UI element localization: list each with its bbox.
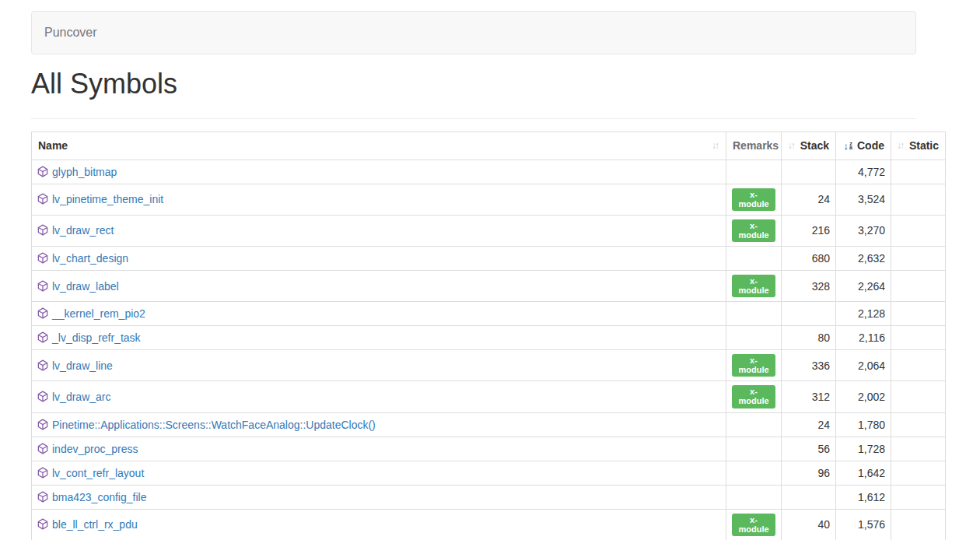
column-header-stack-label: Stack — [800, 139, 829, 152]
static-cell — [891, 326, 946, 350]
navbar: Puncover — [31, 11, 916, 54]
sort-icon: ↓↑ — [788, 140, 796, 151]
table-header-row: Name ↓↑ Remarks ↓↑ Stack — [32, 131, 946, 160]
symbol-link[interactable]: lv_draw_label — [52, 280, 119, 293]
symbol-link[interactable]: __kernel_rem_pio2 — [52, 307, 145, 320]
remarks-cell — [726, 326, 782, 350]
symbol-link[interactable]: glyph_bitmap — [52, 166, 117, 178]
symbols-table: Name ↓↑ Remarks ↓↑ Stack — [31, 131, 946, 540]
symbol-link[interactable]: ble_ll_ctrl_rx_pdu — [52, 518, 138, 531]
column-header-name[interactable]: Name ↓↑ — [32, 131, 726, 160]
stack-cell: 24 — [782, 184, 836, 215]
code-cell: 1,642 — [836, 461, 891, 485]
name-cell: lv_pinetime_theme_init — [32, 184, 726, 215]
code-cell: 2,064 — [836, 350, 891, 381]
sort-icon: ↓↑ — [897, 140, 905, 151]
symbol-link[interactable]: Pinetime::Applications::Screens::WatchFa… — [52, 419, 376, 431]
x-module-badge: x-module — [732, 188, 775, 211]
cube-icon — [37, 391, 48, 402]
code-cell: 3,524 — [836, 184, 891, 215]
page-container: Puncover All Symbols Name ↓↑ Remarks — [31, 11, 949, 540]
table-row: indev_proc_press 56 1,728 — [32, 437, 946, 461]
symbol-link[interactable]: indev_proc_press — [52, 443, 138, 455]
static-cell — [891, 184, 946, 215]
symbol-link[interactable]: bma423_config_file — [52, 491, 146, 503]
name-cell: Pinetime::Applications::Screens::WatchFa… — [32, 412, 726, 437]
stack-cell: 40 — [782, 509, 836, 540]
cube-icon — [37, 224, 48, 236]
name-cell: lv_draw_arc — [32, 381, 726, 412]
table-row: __kernel_rem_pio2 2,128 — [32, 302, 946, 326]
remarks-cell: x-module — [726, 215, 782, 246]
stack-cell: 24 — [782, 412, 836, 437]
table-row: _lv_disp_refr_task 80 2,116 — [32, 326, 946, 350]
table-row: lv_draw_rect x-module 216 3,270 — [32, 215, 946, 246]
cube-icon — [37, 359, 48, 371]
x-module-badge: x-module — [732, 275, 775, 297]
table-row: lv_draw_label x-module 328 2,264 — [32, 270, 946, 301]
name-cell: __kernel_rem_pio2 — [32, 302, 726, 326]
static-cell — [891, 381, 946, 412]
code-cell: 2,264 — [836, 270, 891, 301]
sort-icon: ↓↑ — [712, 140, 719, 151]
x-module-badge: x-module — [732, 354, 775, 377]
symbol-link[interactable]: lv_chart_design — [52, 252, 128, 265]
table-row: lv_draw_line x-module 336 2,064 — [32, 350, 946, 381]
navbar-brand-puncover[interactable]: Puncover — [32, 26, 110, 40]
cube-icon — [37, 467, 48, 479]
table-row: bma423_config_file 1,612 — [32, 485, 946, 509]
symbol-link[interactable]: lv_pinetime_theme_init — [52, 193, 163, 205]
column-header-static-label: Static — [909, 139, 939, 152]
remarks-cell: x-module — [726, 270, 782, 301]
table-row: glyph_bitmap 4,772 — [32, 160, 946, 184]
static-cell — [891, 302, 946, 326]
static-cell — [891, 160, 946, 184]
remarks-cell — [726, 246, 782, 270]
table-row: lv_chart_design 680 2,632 — [32, 246, 946, 270]
stack-cell: 328 — [782, 270, 836, 301]
column-header-static[interactable]: ↓↑ Static — [891, 131, 946, 160]
page-title: All Symbols — [31, 68, 949, 100]
static-cell — [891, 412, 946, 437]
cube-icon — [37, 166, 48, 177]
cube-icon — [37, 252, 48, 264]
remarks-cell — [726, 412, 782, 437]
static-cell — [891, 437, 946, 461]
x-module-badge: x-module — [732, 219, 775, 242]
remarks-cell: x-module — [726, 350, 782, 381]
static-cell — [891, 461, 946, 485]
symbol-link[interactable]: lv_draw_line — [52, 359, 113, 372]
code-cell: 1,728 — [836, 437, 891, 461]
remarks-cell: x-module — [726, 184, 782, 215]
remarks-cell: x-module — [726, 509, 782, 540]
cube-icon — [37, 518, 48, 530]
column-header-name-label: Name — [38, 139, 68, 152]
remarks-cell — [726, 302, 782, 326]
name-cell: lv_cont_refr_layout — [32, 461, 726, 485]
name-cell: _lv_disp_refr_task — [32, 326, 726, 350]
stack-cell — [782, 160, 836, 184]
name-cell: lv_draw_rect — [32, 215, 726, 246]
code-cell: 2,002 — [836, 381, 891, 412]
code-cell: 2,632 — [836, 246, 891, 270]
table-row: lv_cont_refr_layout 96 1,642 — [32, 461, 946, 485]
stack-cell: 80 — [782, 326, 836, 350]
static-cell — [891, 509, 946, 540]
symbol-link[interactable]: lv_draw_rect — [52, 224, 114, 237]
column-header-stack[interactable]: ↓↑ Stack — [782, 131, 836, 160]
name-cell: glyph_bitmap — [32, 160, 726, 184]
code-cell: 2,116 — [836, 326, 891, 350]
column-header-remarks: Remarks — [726, 131, 782, 160]
static-cell — [891, 485, 946, 509]
x-module-badge: x-module — [732, 514, 775, 536]
code-cell: 1,780 — [836, 412, 891, 437]
symbol-link[interactable]: lv_draw_arc — [52, 391, 110, 403]
cube-icon — [37, 307, 48, 319]
stack-cell: 216 — [782, 215, 836, 246]
symbol-link[interactable]: lv_cont_refr_layout — [52, 467, 144, 479]
column-header-code[interactable]: ↓za Code — [836, 131, 891, 160]
cube-icon — [37, 280, 48, 292]
name-cell: lv_draw_line — [32, 350, 726, 381]
symbol-link[interactable]: _lv_disp_refr_task — [52, 331, 141, 344]
stack-cell: 312 — [782, 381, 836, 412]
